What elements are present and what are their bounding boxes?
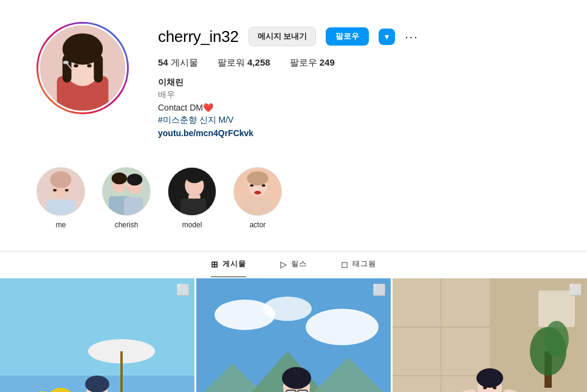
username: cherry_in32 xyxy=(158,27,239,46)
highlight-item-me[interactable]: me xyxy=(36,167,85,229)
highlight-label-model: model xyxy=(182,221,202,229)
highlight-circle-me xyxy=(36,167,85,216)
grid-item-3[interactable]: ⬜ xyxy=(393,278,587,392)
svg-rect-28 xyxy=(180,199,207,215)
tab-posts[interactable]: ⊞ 게시물 xyxy=(211,259,246,277)
svg-point-74 xyxy=(544,321,569,357)
more-options-button[interactable]: ··· xyxy=(405,30,419,44)
svg-point-14 xyxy=(53,189,57,191)
tab-reels[interactable]: ▷ 릴스 xyxy=(280,259,307,277)
highlight-circle-actor xyxy=(233,167,282,216)
bio-hashtag[interactable]: #미스춘향 신지 M/V xyxy=(158,115,551,126)
svg-point-82 xyxy=(493,387,496,390)
svg-point-81 xyxy=(483,387,487,390)
svg-rect-5 xyxy=(94,55,103,83)
save-icon-1: ⬜ xyxy=(176,283,190,297)
svg-point-9 xyxy=(63,61,69,64)
grid-icon: ⊞ xyxy=(211,260,219,269)
highlight-circle-model xyxy=(168,167,216,216)
dropdown-button[interactable]: ▾ xyxy=(379,29,395,45)
avatar-wrapper[interactable] xyxy=(36,22,129,114)
svg-point-12 xyxy=(50,171,71,188)
save-icon-3: ⬜ xyxy=(569,283,582,297)
svg-point-52 xyxy=(306,309,379,345)
photo-grid: ⬜ xyxy=(0,278,587,392)
tab-tagged-label: 태그됨 xyxy=(352,259,376,269)
svg-rect-32 xyxy=(244,199,272,215)
svg-point-21 xyxy=(127,174,142,186)
grid-item-2[interactable]: ⬜ xyxy=(196,278,391,392)
svg-point-77 xyxy=(476,368,503,388)
tab-posts-label: 게시물 xyxy=(222,259,246,269)
username-row: cherry_in32 메시지 보내기 팔로우 ▾ ··· xyxy=(158,27,551,46)
svg-point-60 xyxy=(282,367,311,389)
tabs-row: ⊞ 게시물 ▷ 릴스 ◻ 태그됨 xyxy=(0,252,587,277)
tab-reels-label: 릴스 xyxy=(291,259,307,269)
following-stat[interactable]: 팔로우 249 xyxy=(290,57,335,69)
posts-stat[interactable]: 54 게시물 xyxy=(158,57,198,69)
highlight-item-actor[interactable]: actor xyxy=(233,167,282,229)
bio-role: 배우 xyxy=(158,89,551,100)
follow-button[interactable]: 팔로우 xyxy=(326,27,369,46)
svg-point-26 xyxy=(197,171,207,181)
tag-icon: ◻ xyxy=(341,260,349,269)
profile-info: cherry_in32 메시지 보내기 팔로우 ▾ ··· 54 게시물 팔로워… xyxy=(158,22,551,138)
svg-point-53 xyxy=(263,297,312,321)
highlights-section: me cherish xyxy=(0,153,587,246)
svg-point-48 xyxy=(85,376,109,392)
svg-rect-4 xyxy=(63,55,72,83)
reels-icon: ▷ xyxy=(280,260,287,269)
profile-section: cherry_in32 메시지 보내기 팔로우 ▾ ··· 54 게시물 팔로워… xyxy=(0,0,587,153)
bio-name: 이채린 xyxy=(158,77,551,88)
svg-point-18 xyxy=(112,173,127,185)
followers-stat[interactable]: 팔로워 4,258 xyxy=(218,57,270,69)
svg-point-33 xyxy=(250,184,253,187)
svg-point-34 xyxy=(262,184,266,187)
svg-rect-36 xyxy=(0,278,194,392)
highlight-item-cherish[interactable]: cherish xyxy=(102,167,151,229)
grid-item-1[interactable]: ⬜ xyxy=(0,278,194,392)
highlight-label-me: me xyxy=(56,221,66,229)
avatar xyxy=(38,24,127,112)
tab-tagged[interactable]: ◻ 태그됨 xyxy=(341,259,376,277)
svg-point-7 xyxy=(87,64,91,68)
highlight-item-model[interactable]: model xyxy=(168,167,216,229)
svg-point-15 xyxy=(65,189,69,191)
svg-rect-22 xyxy=(124,198,143,215)
save-icon-2: ⬜ xyxy=(372,283,386,297)
svg-rect-13 xyxy=(46,200,76,215)
highlight-circle-cherish xyxy=(102,167,151,216)
message-button[interactable]: 메시지 보내기 xyxy=(249,27,317,46)
highlight-label-cherish: cherish xyxy=(115,221,139,229)
highlight-label-actor: actor xyxy=(250,221,266,229)
stats-row: 54 게시물 팔로워 4,258 팔로우 249 xyxy=(158,57,551,69)
svg-point-6 xyxy=(74,64,78,68)
svg-point-31 xyxy=(247,171,268,185)
svg-point-35 xyxy=(254,191,261,194)
bio-contact: Contact DM❤️ xyxy=(158,103,551,112)
bio-link[interactable]: youtu.be/mcn4QrFCkvk xyxy=(158,128,551,138)
